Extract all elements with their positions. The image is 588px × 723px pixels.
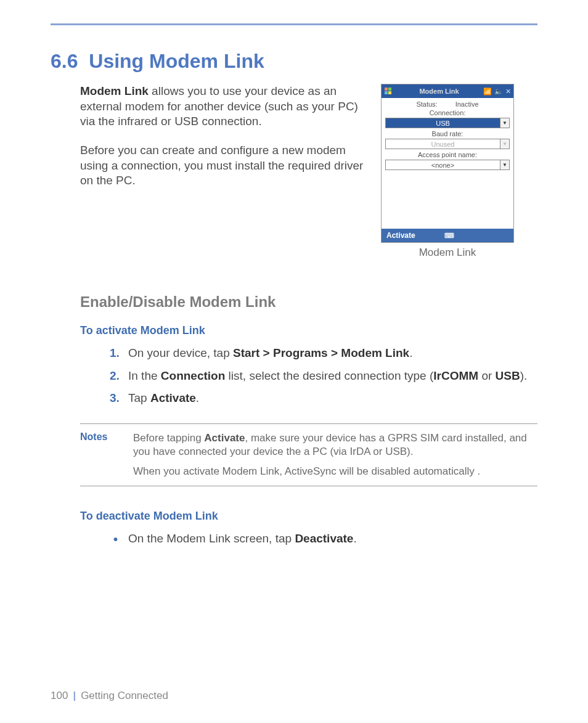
apn-value: <none>: [386, 161, 500, 169]
step-2-text-c: list, select the desired connection type…: [225, 369, 433, 382]
deact-text-a: On the Modem Link screen, tap: [128, 532, 295, 545]
connection-value: USB: [386, 120, 500, 127]
note-1-a: Before tapping: [133, 432, 204, 444]
deact-bold: Deactivate: [295, 532, 353, 545]
deactivate-heading: To deactivate Modem Link: [80, 510, 537, 523]
step-2-text-g: ).: [520, 369, 528, 382]
chapter-name: Getting Connected: [81, 690, 168, 702]
intro-paragraph-1: Modem Link allows you to use your device…: [80, 84, 364, 129]
apn-dropdown[interactable]: <none> ▼: [385, 160, 510, 170]
status-row: Status: Inactive: [385, 100, 510, 108]
step-2-bold-2: IrCOMM: [433, 369, 478, 382]
intro-lead-term: Modem Link: [80, 84, 149, 97]
apn-label: Access point name:: [418, 151, 477, 158]
deactivate-bullet: On the Modem Link screen, tap Deactivate…: [110, 531, 537, 547]
baud-value: Unused: [386, 141, 500, 148]
step-3-text-a: Tap: [128, 391, 150, 404]
baud-dropdown: Unused ▼: [385, 139, 510, 149]
step-1-text-c: .: [409, 346, 412, 359]
device-status-icons: 📶 🔈 ✕: [483, 88, 511, 96]
screenshot-caption: Modem Link: [381, 247, 514, 259]
device-screenshot: Modem Link 📶 🔈 ✕ Status: Inactive Connec…: [381, 84, 514, 243]
top-rule: [51, 23, 537, 25]
keyboard-icon[interactable]: ⌨: [444, 232, 454, 240]
section-heading: 6.6 Using Modem Link: [51, 50, 537, 73]
step-2: In the Connection list, select the desir…: [110, 369, 537, 384]
deact-text-c: .: [353, 532, 356, 545]
page-footer: 100 | Getting Connected: [51, 690, 168, 702]
subsection-heading: Enable/Disable Modem Link: [80, 293, 537, 311]
device-title-text: Modem Link: [395, 88, 483, 95]
device-footer: Activate ⌨: [382, 229, 513, 242]
device-titlebar: Modem Link 📶 🔈 ✕: [382, 84, 513, 98]
footer-separator: |: [73, 690, 76, 702]
step-2-bold-3: USB: [496, 369, 520, 382]
section-number: 6.6: [51, 50, 78, 72]
chevron-down-icon: ▼: [500, 139, 509, 149]
windows-logo-icon: [384, 87, 393, 96]
step-1: On your device, tap Start > Programs > M…: [110, 346, 537, 361]
step-3-bold: Activate: [150, 391, 196, 404]
note-1-bold: Activate: [204, 432, 245, 444]
status-label: Status:: [416, 100, 437, 108]
note-1: Before tapping Activate, make sure your …: [133, 431, 537, 459]
step-2-bold-1: Connection: [161, 369, 226, 382]
activate-heading: To activate Modem Link: [80, 324, 537, 337]
notes-block: Notes Before tapping Activate, make sure…: [80, 423, 537, 486]
step-1-bold: Start > Programs > Modem Link: [233, 346, 409, 359]
step-2-text-e: or: [478, 369, 495, 382]
intro-text: Modem Link allows you to use your device…: [80, 84, 364, 202]
page-number: 100: [51, 690, 68, 702]
baud-label: Baud rate:: [432, 130, 463, 137]
chevron-down-icon: ▼: [500, 160, 509, 170]
deactivate-list: On the Modem Link screen, tap Deactivate…: [110, 531, 537, 547]
note-2: When you activate Modem Link, ActiveSync…: [133, 465, 537, 478]
chevron-down-icon: ▼: [500, 118, 509, 128]
connection-dropdown[interactable]: USB ▼: [385, 118, 510, 128]
section-title-text: Using Modem Link: [89, 50, 264, 72]
status-value: Inactive: [455, 100, 479, 108]
screenshot-figure: Modem Link 📶 🔈 ✕ Status: Inactive Connec…: [381, 84, 514, 259]
notes-label: Notes: [80, 431, 120, 478]
notes-body: Before tapping Activate, make sure your …: [133, 431, 537, 478]
intro-paragraph-2: Before you can create and configure a ne…: [80, 143, 364, 189]
activate-steps: On your device, tap Start > Programs > M…: [110, 346, 537, 406]
close-icon: ✕: [505, 88, 511, 96]
step-1-text-a: On your device, tap: [128, 346, 233, 359]
step-3: Tap Activate.: [110, 391, 537, 406]
volume-icon: 🔈: [494, 88, 503, 96]
step-3-text-c: .: [196, 391, 199, 404]
activate-button[interactable]: Activate: [386, 231, 415, 240]
signal-icon: 📶: [483, 88, 492, 96]
step-2-text-a: In the: [128, 369, 161, 382]
connection-label: Connection:: [430, 109, 466, 116]
